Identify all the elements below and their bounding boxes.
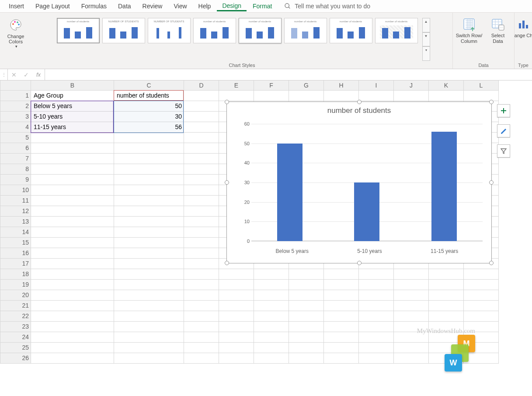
cell-C22[interactable] — [114, 311, 184, 321]
row-header-12[interactable]: 12 — [0, 206, 31, 216]
cell-E26[interactable] — [219, 353, 254, 363]
cell-D26[interactable] — [184, 353, 219, 363]
cell-I25[interactable] — [359, 342, 394, 353]
col-header-F[interactable]: F — [254, 81, 289, 90]
cell-L20[interactable] — [464, 290, 499, 300]
cell-H19[interactable] — [324, 279, 359, 290]
cell-C16[interactable] — [114, 248, 184, 258]
row-header-21[interactable]: 21 — [0, 300, 31, 311]
chart-resize-handle[interactable] — [357, 100, 362, 104]
cell-B4[interactable]: 11-15 years — [31, 122, 114, 132]
cell-B21[interactable] — [31, 300, 114, 311]
cell-J1[interactable] — [394, 90, 429, 101]
cell-J21[interactable] — [394, 300, 429, 311]
cell-D10[interactable] — [184, 185, 219, 195]
cell-G1[interactable] — [289, 90, 324, 101]
cell-D20[interactable] — [184, 290, 219, 300]
cell-C20[interactable] — [114, 290, 184, 300]
chart-bar-0[interactable] — [277, 144, 303, 241]
cell-D1[interactable] — [184, 90, 219, 101]
cell-C24[interactable] — [114, 332, 184, 342]
cell-C12[interactable] — [114, 206, 184, 216]
cell-I19[interactable] — [359, 279, 394, 290]
cell-I26[interactable] — [359, 353, 394, 363]
cell-D2[interactable] — [184, 101, 219, 111]
cell-K24[interactable] — [429, 332, 464, 342]
cell-D21[interactable] — [184, 300, 219, 311]
chart-bar-1[interactable] — [354, 182, 379, 241]
cell-J26[interactable] — [394, 353, 429, 363]
cell-B10[interactable] — [31, 185, 114, 195]
cell-B3[interactable]: 5-10 years — [31, 111, 114, 122]
cell-B7[interactable] — [31, 153, 114, 164]
tab-view[interactable]: View — [168, 2, 192, 11]
tab-help[interactable]: Help — [193, 2, 216, 11]
row-header-5[interactable]: 5 — [0, 132, 31, 143]
chart-resize-handle[interactable] — [225, 180, 229, 185]
cell-B2[interactable]: Below 5 years — [31, 101, 114, 111]
cell-D23[interactable] — [184, 321, 219, 332]
row-header-10[interactable]: 10 — [0, 185, 31, 195]
cell-D3[interactable] — [184, 111, 219, 122]
select-data-button[interactable]: ⋯ Select Data — [485, 15, 511, 44]
formula-cancel-button[interactable]: ✕ — [8, 71, 20, 78]
cell-B16[interactable] — [31, 248, 114, 258]
chart-filters-button[interactable] — [497, 144, 510, 158]
cell-C17[interactable] — [114, 258, 184, 269]
chart-style-1[interactable]: number of students — [57, 18, 100, 43]
col-header-L[interactable]: L — [464, 81, 499, 90]
row-header-16[interactable]: 16 — [0, 248, 31, 258]
cell-C6[interactable] — [114, 143, 184, 153]
cell-C2[interactable]: 50 — [114, 101, 184, 111]
row-header-6[interactable]: 6 — [0, 143, 31, 153]
cell-F25[interactable] — [254, 342, 289, 353]
cell-D17[interactable] — [184, 258, 219, 269]
col-header-D[interactable]: D — [184, 81, 219, 90]
cell-D14[interactable] — [184, 227, 219, 237]
cell-D12[interactable] — [184, 206, 219, 216]
cell-C7[interactable] — [114, 153, 184, 164]
row-header-24[interactable]: 24 — [0, 332, 31, 342]
row-header-15[interactable]: 15 — [0, 237, 31, 248]
col-header-B[interactable]: B — [31, 81, 114, 90]
cell-E23[interactable] — [219, 321, 254, 332]
cell-F19[interactable] — [254, 279, 289, 290]
chart-resize-handle[interactable] — [225, 100, 229, 104]
col-header-C[interactable]: C — [114, 81, 184, 90]
cell-B1[interactable]: Age Group — [31, 90, 114, 101]
chart-style-8[interactable]: number of students — [375, 18, 418, 43]
cell-C14[interactable] — [114, 227, 184, 237]
cell-E21[interactable] — [219, 300, 254, 311]
chart-resize-handle[interactable] — [357, 261, 362, 265]
cell-B22[interactable] — [31, 311, 114, 321]
cell-C13[interactable] — [114, 216, 184, 227]
cell-C26[interactable] — [114, 353, 184, 363]
formula-input[interactable] — [45, 69, 532, 80]
tab-design[interactable]: Design — [217, 1, 247, 11]
cell-L24[interactable] — [464, 332, 499, 342]
row-header-22[interactable]: 22 — [0, 311, 31, 321]
cell-B14[interactable] — [31, 227, 114, 237]
cell-B26[interactable] — [31, 353, 114, 363]
row-header-7[interactable]: 7 — [0, 153, 31, 164]
cell-D6[interactable] — [184, 143, 219, 153]
cell-K19[interactable] — [429, 279, 464, 290]
cell-B19[interactable] — [31, 279, 114, 290]
cell-C8[interactable] — [114, 164, 184, 174]
cell-D8[interactable] — [184, 164, 219, 174]
cell-I22[interactable] — [359, 311, 394, 321]
cell-H25[interactable] — [324, 342, 359, 353]
col-header-G[interactable]: G — [289, 81, 324, 90]
row-header-1[interactable]: 1 — [0, 90, 31, 101]
cell-D11[interactable] — [184, 195, 219, 206]
cell-C5[interactable] — [114, 132, 184, 143]
cell-J18[interactable] — [394, 269, 429, 279]
row-header-9[interactable]: 9 — [0, 174, 31, 185]
cell-C3[interactable]: 30 — [114, 111, 184, 122]
embedded-chart[interactable]: number of students 0102030405060 Below 5… — [226, 102, 492, 263]
tab-formulas[interactable]: Formulas — [76, 2, 112, 11]
cell-L23[interactable] — [464, 321, 499, 332]
cell-G24[interactable] — [289, 332, 324, 342]
cell-C9[interactable] — [114, 174, 184, 185]
cell-D16[interactable] — [184, 248, 219, 258]
